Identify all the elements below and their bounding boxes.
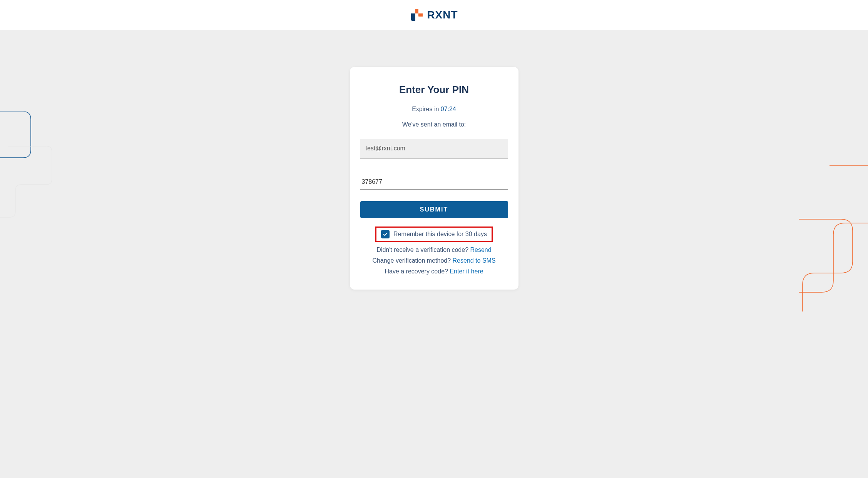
resend-prefix: Didn't receive a verification code? <box>376 246 470 253</box>
checkmark-icon <box>382 231 388 237</box>
recovery-row: Have a recovery code? Enter it here <box>360 268 508 275</box>
resend-sms-link[interactable]: Resend to SMS <box>453 257 496 264</box>
logo-text: RXNT <box>427 9 458 21</box>
logo: RXNT <box>410 8 458 22</box>
email-field[interactable] <box>360 139 508 158</box>
sent-email-text: We've sent an email to: <box>360 121 508 128</box>
expires-time: 07:24 <box>441 106 456 112</box>
remember-label: Remember this device for 30 days <box>393 231 487 238</box>
resend-row: Didn't receive a verification code? Rese… <box>360 246 508 253</box>
expires-prefix: Expires in <box>412 106 441 112</box>
change-prefix: Change verification method? <box>372 257 452 264</box>
remember-device-row: Remember this device for 30 days <box>375 227 493 242</box>
page-header: RXNT <box>0 0 868 30</box>
pin-input[interactable] <box>360 175 508 190</box>
recovery-prefix: Have a recovery code? <box>385 268 450 275</box>
recovery-link[interactable]: Enter it here <box>450 268 483 275</box>
logo-plus-icon <box>410 8 424 22</box>
expires-text: Expires in 07:24 <box>360 106 508 113</box>
pin-card: Enter Your PIN Expires in 07:24 We've se… <box>350 67 518 290</box>
remember-checkbox[interactable] <box>381 230 390 238</box>
change-method-row: Change verification method? Resend to SM… <box>360 257 508 264</box>
card-title: Enter Your PIN <box>360 84 508 96</box>
resend-link[interactable]: Resend <box>470 246 492 253</box>
submit-button[interactable]: SUBMIT <box>360 201 508 218</box>
main-content: Enter Your PIN Expires in 07:24 We've se… <box>0 30 868 320</box>
